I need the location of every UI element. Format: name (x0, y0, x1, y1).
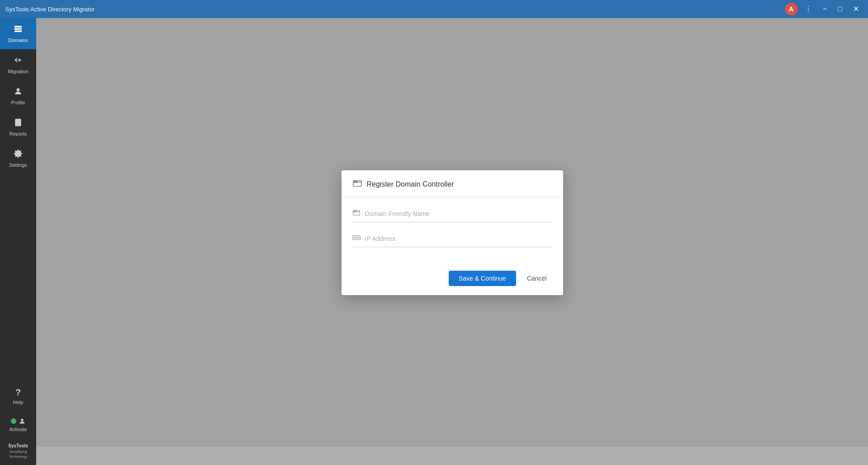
title-bar-left: SysTools Active Directory Migrator (5, 6, 95, 13)
domain-friendly-name-field[interactable] (352, 208, 552, 222)
dialog-body (342, 197, 563, 265)
sidebar-item-settings[interactable]: Settings (0, 143, 36, 174)
save-continue-button[interactable]: Save & Continue (449, 271, 516, 286)
svg-rect-2 (14, 30, 22, 32)
activate-icon (11, 418, 26, 425)
register-domain-dialog: Register Domain Controller (342, 170, 563, 295)
ip-address-field[interactable] (352, 233, 552, 247)
sidebar-item-profile[interactable]: Profile (0, 80, 36, 112)
sidebar-label-migration: Migration (8, 69, 28, 74)
migration-icon (14, 56, 23, 67)
svg-rect-1 (14, 28, 22, 29)
dialog-footer: Save & Continue Cancel (342, 265, 563, 295)
profile-icon (14, 87, 23, 98)
sidebar-item-help[interactable]: ? Help (0, 381, 36, 411)
title-bar: SysTools Active Directory Migrator A ⋮ −… (0, 0, 868, 18)
activate-status-dot (11, 418, 16, 424)
svg-point-7 (356, 181, 357, 182)
main-content: Register Domain Controller (36, 18, 868, 447)
maximize-button[interactable]: □ (834, 4, 846, 14)
sidebar-label-settings: Settings (9, 162, 27, 168)
title-bar-right: A ⋮ − □ ✕ (785, 3, 863, 15)
sidebar-label-profile: Profile (11, 100, 25, 105)
domain-field-icon (352, 209, 360, 219)
avatar[interactable]: A (785, 3, 797, 15)
dialog-title: Register Domain Controller (367, 180, 454, 188)
help-icon: ? (15, 387, 21, 398)
dialog-header: Register Domain Controller (342, 170, 563, 197)
svg-point-9 (354, 211, 355, 211)
menu-button[interactable]: ⋮ (801, 4, 816, 14)
sidebar: Domains Migration Profile Reports (0, 18, 36, 465)
sidebar-label-reports: Reports (9, 131, 27, 136)
minimize-button[interactable]: − (819, 4, 830, 14)
modal-overlay: Register Domain Controller (36, 18, 868, 447)
domains-icon (14, 24, 23, 36)
app-container: Domains Migration Profile Reports (0, 0, 868, 465)
svg-point-3 (17, 88, 20, 91)
sidebar-item-reports[interactable]: Reports (0, 112, 36, 143)
cancel-button[interactable]: Cancel (522, 271, 552, 286)
sidebar-bottom: ? Help Activate SysTools Simplifying Tec… (0, 381, 36, 465)
svg-point-4 (21, 419, 23, 421)
sidebar-label-activate: Activate (9, 427, 27, 432)
settings-icon (14, 149, 23, 160)
systools-logo: SysTools Simplifying Technology (0, 438, 36, 461)
sidebar-label-help: Help (13, 399, 24, 405)
dialog-header-icon (352, 178, 362, 191)
sidebar-label-domains: Domains (8, 38, 28, 43)
reports-icon (14, 118, 23, 129)
domain-friendly-name-input[interactable] (365, 208, 552, 219)
sidebar-item-domains[interactable]: Domains (0, 18, 36, 49)
sidebar-item-migration[interactable]: Migration (0, 49, 36, 80)
svg-rect-0 (14, 26, 22, 27)
svg-point-10 (355, 211, 356, 211)
close-button[interactable]: ✕ (849, 4, 863, 14)
sidebar-item-activate[interactable]: Activate (0, 411, 36, 438)
ip-address-input[interactable] (365, 233, 552, 244)
app-title: SysTools Active Directory Migrator (5, 6, 95, 13)
svg-point-6 (354, 181, 355, 182)
ip-field-icon (352, 234, 360, 244)
